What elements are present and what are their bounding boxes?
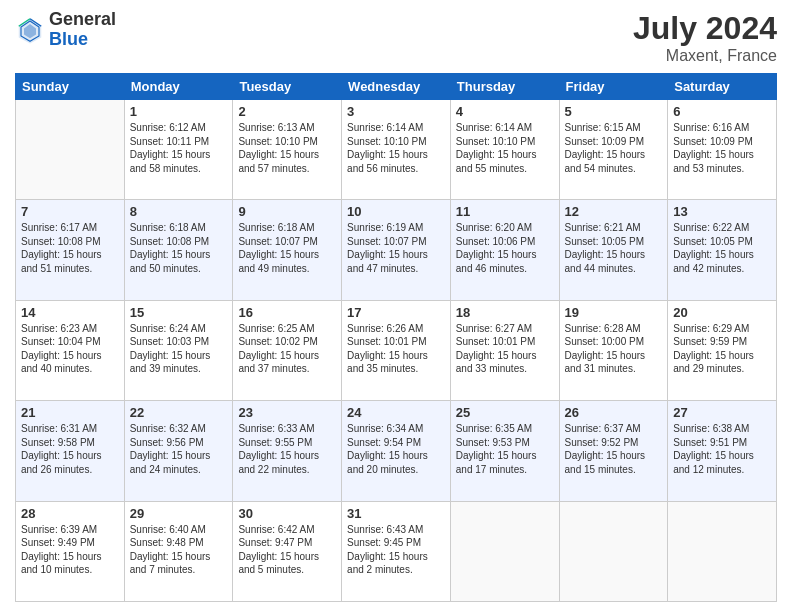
calendar-cell: 27Sunrise: 6:38 AMSunset: 9:51 PMDayligh…	[668, 401, 777, 501]
day-number: 21	[21, 405, 119, 420]
day-number: 30	[238, 506, 336, 521]
calendar-cell	[668, 501, 777, 601]
page: General Blue July 2024 Maxent, France Su…	[0, 0, 792, 612]
day-number: 19	[565, 305, 663, 320]
calendar-cell: 29Sunrise: 6:40 AMSunset: 9:48 PMDayligh…	[124, 501, 233, 601]
calendar-cell	[450, 501, 559, 601]
day-number: 20	[673, 305, 771, 320]
weekday-header-tuesday: Tuesday	[233, 74, 342, 100]
weekday-header-row: SundayMondayTuesdayWednesdayThursdayFrid…	[16, 74, 777, 100]
calendar-cell: 15Sunrise: 6:24 AMSunset: 10:03 PMDaylig…	[124, 300, 233, 400]
cell-content: Sunrise: 6:34 AMSunset: 9:54 PMDaylight:…	[347, 422, 445, 476]
calendar-cell: 13Sunrise: 6:22 AMSunset: 10:05 PMDaylig…	[668, 200, 777, 300]
calendar-cell: 12Sunrise: 6:21 AMSunset: 10:05 PMDaylig…	[559, 200, 668, 300]
day-number: 26	[565, 405, 663, 420]
week-row-1: 1Sunrise: 6:12 AMSunset: 10:11 PMDayligh…	[16, 100, 777, 200]
weekday-header-thursday: Thursday	[450, 74, 559, 100]
calendar-cell: 7Sunrise: 6:17 AMSunset: 10:08 PMDayligh…	[16, 200, 125, 300]
cell-content: Sunrise: 6:14 AMSunset: 10:10 PMDaylight…	[347, 121, 445, 175]
day-number: 8	[130, 204, 228, 219]
calendar-cell: 5Sunrise: 6:15 AMSunset: 10:09 PMDayligh…	[559, 100, 668, 200]
day-number: 5	[565, 104, 663, 119]
calendar-cell: 30Sunrise: 6:42 AMSunset: 9:47 PMDayligh…	[233, 501, 342, 601]
day-number: 18	[456, 305, 554, 320]
cell-content: Sunrise: 6:26 AMSunset: 10:01 PMDaylight…	[347, 322, 445, 376]
cell-content: Sunrise: 6:24 AMSunset: 10:03 PMDaylight…	[130, 322, 228, 376]
weekday-header-wednesday: Wednesday	[342, 74, 451, 100]
day-number: 2	[238, 104, 336, 119]
week-row-2: 7Sunrise: 6:17 AMSunset: 10:08 PMDayligh…	[16, 200, 777, 300]
calendar-cell: 26Sunrise: 6:37 AMSunset: 9:52 PMDayligh…	[559, 401, 668, 501]
header: General Blue July 2024 Maxent, France	[15, 10, 777, 65]
day-number: 31	[347, 506, 445, 521]
day-number: 6	[673, 104, 771, 119]
day-number: 13	[673, 204, 771, 219]
weekday-header-saturday: Saturday	[668, 74, 777, 100]
day-number: 11	[456, 204, 554, 219]
calendar: SundayMondayTuesdayWednesdayThursdayFrid…	[15, 73, 777, 602]
logo-icon	[15, 15, 45, 45]
day-number: 17	[347, 305, 445, 320]
cell-content: Sunrise: 6:18 AMSunset: 10:07 PMDaylight…	[238, 221, 336, 275]
calendar-cell: 11Sunrise: 6:20 AMSunset: 10:06 PMDaylig…	[450, 200, 559, 300]
cell-content: Sunrise: 6:32 AMSunset: 9:56 PMDaylight:…	[130, 422, 228, 476]
day-number: 25	[456, 405, 554, 420]
weekday-header-monday: Monday	[124, 74, 233, 100]
calendar-cell: 19Sunrise: 6:28 AMSunset: 10:00 PMDaylig…	[559, 300, 668, 400]
day-number: 1	[130, 104, 228, 119]
logo-text: General Blue	[49, 10, 116, 50]
cell-content: Sunrise: 6:20 AMSunset: 10:06 PMDaylight…	[456, 221, 554, 275]
day-number: 22	[130, 405, 228, 420]
logo-blue-text: Blue	[49, 30, 116, 50]
day-number: 4	[456, 104, 554, 119]
day-number: 10	[347, 204, 445, 219]
cell-content: Sunrise: 6:27 AMSunset: 10:01 PMDaylight…	[456, 322, 554, 376]
cell-content: Sunrise: 6:43 AMSunset: 9:45 PMDaylight:…	[347, 523, 445, 577]
day-number: 16	[238, 305, 336, 320]
location: Maxent, France	[633, 47, 777, 65]
cell-content: Sunrise: 6:22 AMSunset: 10:05 PMDaylight…	[673, 221, 771, 275]
day-number: 12	[565, 204, 663, 219]
calendar-cell: 3Sunrise: 6:14 AMSunset: 10:10 PMDayligh…	[342, 100, 451, 200]
cell-content: Sunrise: 6:18 AMSunset: 10:08 PMDaylight…	[130, 221, 228, 275]
day-number: 14	[21, 305, 119, 320]
cell-content: Sunrise: 6:29 AMSunset: 9:59 PMDaylight:…	[673, 322, 771, 376]
cell-content: Sunrise: 6:40 AMSunset: 9:48 PMDaylight:…	[130, 523, 228, 577]
calendar-cell: 18Sunrise: 6:27 AMSunset: 10:01 PMDaylig…	[450, 300, 559, 400]
cell-content: Sunrise: 6:16 AMSunset: 10:09 PMDaylight…	[673, 121, 771, 175]
cell-content: Sunrise: 6:42 AMSunset: 9:47 PMDaylight:…	[238, 523, 336, 577]
cell-content: Sunrise: 6:17 AMSunset: 10:08 PMDaylight…	[21, 221, 119, 275]
calendar-cell: 22Sunrise: 6:32 AMSunset: 9:56 PMDayligh…	[124, 401, 233, 501]
calendar-cell: 16Sunrise: 6:25 AMSunset: 10:02 PMDaylig…	[233, 300, 342, 400]
calendar-cell: 17Sunrise: 6:26 AMSunset: 10:01 PMDaylig…	[342, 300, 451, 400]
calendar-cell	[16, 100, 125, 200]
cell-content: Sunrise: 6:19 AMSunset: 10:07 PMDaylight…	[347, 221, 445, 275]
calendar-cell: 14Sunrise: 6:23 AMSunset: 10:04 PMDaylig…	[16, 300, 125, 400]
calendar-cell: 10Sunrise: 6:19 AMSunset: 10:07 PMDaylig…	[342, 200, 451, 300]
calendar-cell: 4Sunrise: 6:14 AMSunset: 10:10 PMDayligh…	[450, 100, 559, 200]
cell-content: Sunrise: 6:23 AMSunset: 10:04 PMDaylight…	[21, 322, 119, 376]
weekday-header-sunday: Sunday	[16, 74, 125, 100]
day-number: 28	[21, 506, 119, 521]
calendar-cell: 8Sunrise: 6:18 AMSunset: 10:08 PMDayligh…	[124, 200, 233, 300]
calendar-cell: 1Sunrise: 6:12 AMSunset: 10:11 PMDayligh…	[124, 100, 233, 200]
calendar-cell: 6Sunrise: 6:16 AMSunset: 10:09 PMDayligh…	[668, 100, 777, 200]
calendar-cell: 23Sunrise: 6:33 AMSunset: 9:55 PMDayligh…	[233, 401, 342, 501]
month-year: July 2024	[633, 10, 777, 47]
cell-content: Sunrise: 6:13 AMSunset: 10:10 PMDaylight…	[238, 121, 336, 175]
cell-content: Sunrise: 6:21 AMSunset: 10:05 PMDaylight…	[565, 221, 663, 275]
cell-content: Sunrise: 6:25 AMSunset: 10:02 PMDaylight…	[238, 322, 336, 376]
logo-general-text: General	[49, 10, 116, 30]
week-row-5: 28Sunrise: 6:39 AMSunset: 9:49 PMDayligh…	[16, 501, 777, 601]
cell-content: Sunrise: 6:28 AMSunset: 10:00 PMDaylight…	[565, 322, 663, 376]
day-number: 27	[673, 405, 771, 420]
calendar-cell: 21Sunrise: 6:31 AMSunset: 9:58 PMDayligh…	[16, 401, 125, 501]
day-number: 15	[130, 305, 228, 320]
day-number: 24	[347, 405, 445, 420]
calendar-cell: 2Sunrise: 6:13 AMSunset: 10:10 PMDayligh…	[233, 100, 342, 200]
week-row-3: 14Sunrise: 6:23 AMSunset: 10:04 PMDaylig…	[16, 300, 777, 400]
day-number: 7	[21, 204, 119, 219]
cell-content: Sunrise: 6:31 AMSunset: 9:58 PMDaylight:…	[21, 422, 119, 476]
weekday-header-friday: Friday	[559, 74, 668, 100]
cell-content: Sunrise: 6:12 AMSunset: 10:11 PMDaylight…	[130, 121, 228, 175]
